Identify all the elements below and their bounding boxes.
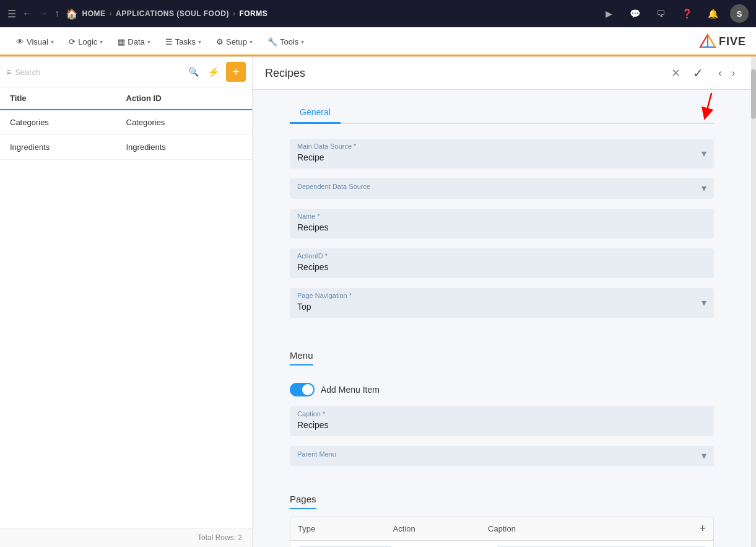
form-header-actions: ✕ ✓ <box>667 63 707 83</box>
name-label: Name * <box>297 212 706 220</box>
name-wrapper[interactable]: Name * Recipes <box>290 209 714 238</box>
main-data-source-dropdown[interactable]: ▾ <box>702 147 706 159</box>
top-nav-bar: ☰ ← → ↑ 🏠 HOME › APPLICATIONS (SOUL FOOD… <box>0 0 756 27</box>
name-value: Recipes <box>297 221 706 234</box>
caption-label: Caption * <box>297 410 706 418</box>
tasks-arrow: ▾ <box>198 38 201 45</box>
five-logo-text: FIVE <box>719 35 746 48</box>
caption-value: Recipes <box>297 419 706 431</box>
pages-add-button[interactable]: + <box>699 522 706 535</box>
parent-menu-wrapper: Parent Menu ▾ <box>290 446 714 466</box>
scrollbar-thumb[interactable] <box>751 69 756 119</box>
breadcrumb-app[interactable]: APPLICATIONS (SOUL FOOD) <box>116 9 229 18</box>
add-menu-label: Add Menu Item <box>321 385 380 395</box>
main-data-source-value: Recipe <box>297 151 702 164</box>
flash-button[interactable]: ⚡ <box>205 63 222 81</box>
toolbar-tasks[interactable]: ☰ Tasks ▾ <box>159 33 207 50</box>
menu-section: Menu <box>290 335 714 373</box>
toolbar-visual[interactable]: 👁 Visual ▾ <box>10 33 60 50</box>
close-button[interactable]: ✕ <box>667 64 684 82</box>
bell-icon[interactable]: 🔔 <box>704 5 721 22</box>
breadcrumb-sep2: › <box>233 9 236 18</box>
pages-add-col: + <box>686 522 706 535</box>
eye-icon: 👁 <box>16 37 24 46</box>
main-data-source-wrapper: Main Data Source * Recipe ▾ <box>290 139 714 168</box>
add-button[interactable]: + <box>226 62 246 82</box>
row1-title: Categories <box>10 118 126 127</box>
filter-icon[interactable]: ≡ <box>6 67 11 77</box>
pages-col-action-header: Action <box>393 524 489 533</box>
home-icon: 🏠 <box>66 8 79 20</box>
help-icon[interactable]: ❓ <box>678 5 695 22</box>
next-button[interactable]: › <box>728 65 739 81</box>
row2-title: Ingredients <box>10 142 126 152</box>
hamburger-icon[interactable]: ☰ <box>7 8 16 20</box>
action-id-wrapper[interactable]: ActionID * Recipes <box>290 248 714 278</box>
avatar[interactable]: S <box>730 4 749 23</box>
main-layout: ≡ 🔍 ⚡ + Title Action ID Categories Categ… <box>0 57 756 547</box>
tab-general[interactable]: General <box>290 102 341 124</box>
tasks-icon: ☰ <box>165 37 173 46</box>
caption-field: Caption * Recipes <box>290 406 714 436</box>
page-navigation-field: Page Navigation * Top ▾ <box>290 288 714 318</box>
tab-group: General <box>290 102 714 124</box>
tools-arrow: ▾ <box>301 38 304 45</box>
add-menu-toggle[interactable] <box>290 383 315 396</box>
logic-arrow: ▾ <box>100 38 103 45</box>
dependent-data-source-label: Dependent Data Source <box>297 183 702 190</box>
prev-button[interactable]: ‹ <box>715 65 725 81</box>
grid-icon: ▦ <box>118 37 125 46</box>
breadcrumb-home[interactable]: HOME <box>82 9 106 18</box>
pages-section-header: Pages <box>290 494 316 509</box>
dependent-data-source-value <box>297 191 702 194</box>
col-action-header: Action ID <box>126 94 243 103</box>
parent-menu-dropdown[interactable]: ▾ <box>702 450 706 462</box>
page-navigation-value: Top <box>297 300 702 313</box>
confirm-button[interactable]: ✓ <box>689 63 707 83</box>
nav-arrows: ‹ › <box>715 65 739 81</box>
list-header: Title Action ID <box>0 87 252 110</box>
main-data-source-field: Main Data Source * Recipe ▾ <box>290 139 714 168</box>
list-item[interactable]: Ingredients Ingredients <box>0 135 252 160</box>
right-panel: Recipes ✕ ✓ ‹ › General Main Data Sou <box>253 57 751 547</box>
five-logo-icon <box>699 33 716 51</box>
top-nav-right: ▶ 💬 🗨 ❓ 🔔 S <box>600 4 749 23</box>
chat-icon[interactable]: 💬 <box>626 5 643 22</box>
main-data-source-label: Main Data Source * <box>297 142 702 150</box>
comment-icon[interactable]: 🗨 <box>652 5 669 22</box>
row1-action: Categories <box>126 118 243 127</box>
toolbar-logic[interactable]: ⟳ Logic ▾ <box>63 33 109 50</box>
list-item[interactable]: Categories Categories <box>0 110 252 135</box>
toolbar: 👁 Visual ▾ ⟳ Logic ▾ ▦ Data ▾ ☰ Tasks ▾ … <box>0 27 756 57</box>
pages-table-row: Form ▾ ▾ General ✕ <box>290 541 713 547</box>
parent-menu-label: Parent Menu <box>297 450 702 458</box>
scrollbar[interactable] <box>751 57 756 547</box>
col-title-header: Title <box>10 94 126 103</box>
five-logo: FIVE <box>699 33 746 51</box>
pages-col-type-header: Type <box>298 524 393 533</box>
play-button[interactable]: ▶ <box>600 5 617 22</box>
parent-menu-value <box>297 459 702 462</box>
pages-col-caption-header: Caption <box>488 524 686 533</box>
search-bar: ≡ 🔍 ⚡ + <box>0 57 252 87</box>
page-navigation-label: Page Navigation * <box>297 292 702 299</box>
up-icon[interactable]: ↑ <box>54 8 59 19</box>
action-id-value: Recipes <box>297 261 706 273</box>
forward-icon[interactable]: → <box>38 8 48 19</box>
dependent-data-source-dropdown[interactable]: ▾ <box>702 182 706 194</box>
back-icon[interactable]: ← <box>22 8 32 19</box>
toolbar-tools[interactable]: 🔧 Tools ▾ <box>261 33 310 50</box>
page-navigation-dropdown[interactable]: ▾ <box>702 297 706 309</box>
pages-table: Type Action Caption + Form ▾ <box>290 517 714 547</box>
left-panel: ≡ 🔍 ⚡ + Title Action ID Categories Categ… <box>0 57 253 547</box>
caption-wrapper[interactable]: Caption * Recipes <box>290 406 714 436</box>
parent-menu-field: Parent Menu ▾ <box>290 446 714 466</box>
toolbar-data[interactable]: ▦ Data ▾ <box>111 33 156 50</box>
form-header: Recipes ✕ ✓ ‹ › <box>253 57 751 90</box>
search-input[interactable] <box>15 68 182 77</box>
list-table: Title Action ID Categories Categories In… <box>0 87 252 528</box>
breadcrumb-forms[interactable]: FORMS <box>239 9 267 18</box>
action-id-field: ActionID * Recipes <box>290 248 714 278</box>
search-button[interactable]: 🔍 <box>186 66 201 78</box>
toolbar-setup[interactable]: ⚙ Setup ▾ <box>210 33 259 50</box>
